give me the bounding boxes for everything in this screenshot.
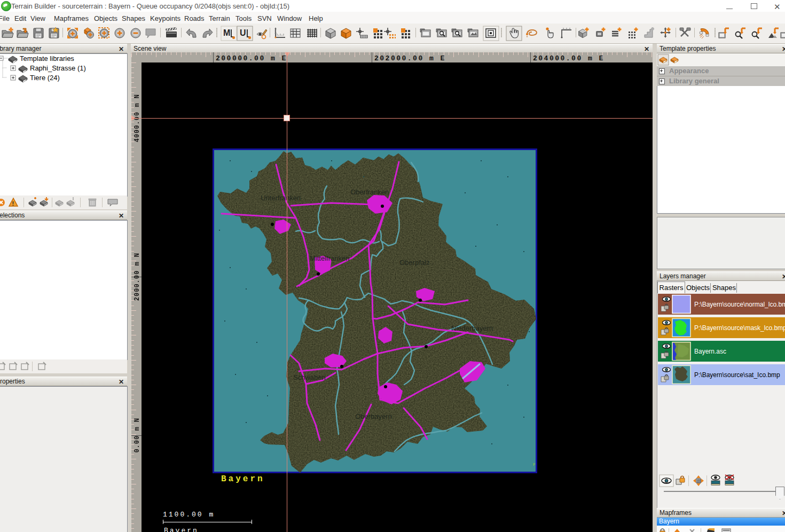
svg-text:Oberfranken: Oberfranken <box>350 188 389 196</box>
svg-text:Bayern.asc: Bayern.asc <box>694 348 726 355</box>
svg-text:Raphi_Strasse (1): Raphi_Strasse (1) <box>30 64 86 72</box>
svg-text:Oberpfalz: Oberpfalz <box>399 259 429 267</box>
svg-text:Tiere (24): Tiere (24) <box>30 74 60 82</box>
svg-text:Schwaben: Schwaben <box>293 373 326 381</box>
svg-text:F: F <box>533 462 536 467</box>
svg-text:!: ! <box>12 200 14 207</box>
svg-text:Mittelfranken: Mittelfranken <box>310 254 349 262</box>
svg-text:P:\Bayern\source\mask_lco.bmp: P:\Bayern\source\mask_lco.bmp <box>694 324 785 332</box>
svg-text:Template libraries: Template libraries <box>20 54 74 62</box>
svg-text:P:\Bayern\source\sat_Ico.bmp: P:\Bayern\source\sat_Ico.bmp <box>694 371 780 379</box>
svg-text:Unterfranken: Unterfranken <box>261 194 301 202</box>
svg-text:Niederbayern: Niederbayern <box>451 324 493 332</box>
svg-text:Oberbayern: Oberbayern <box>355 412 392 420</box>
svg-text:P:\Bayern\source\normal_lco.bm: P:\Bayern\source\normal_lco.bmp <box>694 301 785 308</box>
